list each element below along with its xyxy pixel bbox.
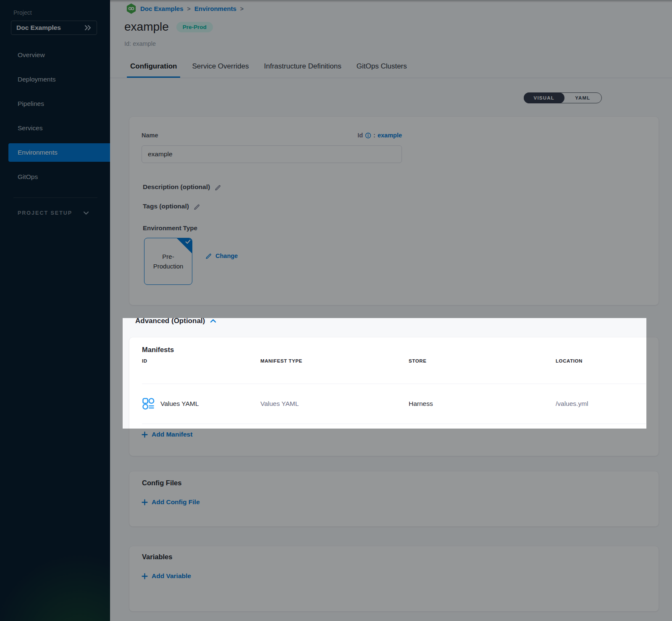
name-row: Name Id : example	[142, 132, 402, 139]
breadcrumb-environments-link[interactable]: Environments	[194, 5, 236, 12]
advanced-optional-label: Advanced (Optional)	[135, 317, 205, 325]
sidebar-item-pipelines[interactable]: Pipelines	[8, 95, 110, 113]
basic-config-card: Name Id : example Description (optional)	[129, 117, 659, 305]
main-content: VISUAL YAML Name Id : example Descriptio…	[110, 78, 672, 621]
info-icon[interactable]	[365, 132, 371, 139]
page-header: Doc Examples > Environments > example Pr…	[110, 0, 672, 56]
entity-id-text: Id: example	[124, 40, 156, 47]
plus-icon	[142, 499, 148, 505]
manifest-store-cell: Harness	[409, 400, 556, 408]
manifest-type-cell: Values YAML	[260, 400, 409, 408]
environment-type-value: Pre-Production	[150, 252, 187, 271]
id-colon: :	[373, 132, 375, 139]
description-label: Description (optional)	[143, 183, 210, 191]
sidebar-nav: Overview Deployments Pipelines Services …	[0, 46, 110, 192]
tab-service-overrides[interactable]: Service Overrides	[189, 56, 252, 78]
manifest-id-text: Values YAML	[160, 400, 199, 408]
manifests-card: Manifests ID MANIFEST TYPE STORE LOCATIO…	[129, 337, 659, 456]
change-label: Change	[215, 253, 238, 259]
id-label: Id	[357, 132, 363, 139]
breadcrumb-project-link[interactable]: Doc Examples	[140, 5, 184, 12]
sidebar-decorative-wave	[0, 520, 110, 621]
visual-yaml-toggle[interactable]: VISUAL YAML	[524, 92, 602, 103]
manifest-table-row[interactable]: Values YAML Values YAML Harness /values.…	[129, 384, 659, 424]
edit-pencil-icon	[205, 252, 212, 259]
sidebar-project-setup[interactable]: PROJECT SETUP	[18, 210, 89, 216]
tab-bar: Configuration Service Overrides Infrastr…	[110, 56, 672, 78]
advanced-optional-toggle[interactable]: Advanced (Optional)	[135, 317, 216, 325]
environment-configuration-page: Project Doc Examples Overview Deployment…	[0, 0, 672, 621]
edit-pencil-icon[interactable]	[214, 184, 221, 191]
sidebar-item-gitops[interactable]: GitOps	[8, 168, 110, 186]
breadcrumb-separator: >	[240, 5, 244, 12]
sidebar-item-services[interactable]: Services	[8, 119, 110, 137]
project-selector[interactable]: Doc Examples	[11, 21, 97, 35]
manifest-location-cell: /values.yml	[556, 400, 646, 408]
sidebar-divider	[13, 197, 97, 198]
tags-label-row: Tags (optional)	[143, 203, 200, 210]
add-config-file-label: Add Config File	[152, 498, 200, 506]
header-top-shadow	[110, 0, 672, 3]
tab-configuration[interactable]: Configuration	[127, 56, 180, 78]
chevron-down-icon	[83, 211, 89, 215]
variables-card: Variables Add Variable	[129, 546, 659, 611]
double-chevron-right-icon	[84, 25, 92, 31]
plus-icon	[142, 573, 148, 579]
harness-project-logo-icon	[126, 3, 136, 14]
sidebar-item-environments[interactable]: Environments	[8, 143, 110, 162]
sidebar-item-deployments[interactable]: Deployments	[8, 70, 110, 89]
column-manifest-type: MANIFEST TYPE	[260, 358, 409, 363]
table-divider	[142, 424, 646, 424]
add-manifest-label: Add Manifest	[152, 431, 192, 438]
project-setup-label: PROJECT SETUP	[18, 210, 72, 216]
breadcrumb: Doc Examples > Environments >	[126, 3, 244, 14]
column-location: LOCATION	[556, 358, 646, 363]
name-label: Name	[142, 132, 158, 139]
page-title: example	[124, 20, 169, 34]
change-environment-type-link[interactable]: Change	[205, 252, 238, 259]
add-config-file-button[interactable]: Add Config File	[142, 498, 200, 506]
plus-icon	[142, 432, 148, 438]
tab-gitops-clusters[interactable]: GitOps Clusters	[353, 56, 410, 78]
chevron-up-icon	[210, 319, 216, 323]
name-input[interactable]	[142, 145, 402, 163]
column-store: STORE	[409, 358, 556, 363]
edit-pencil-icon[interactable]	[193, 203, 200, 210]
sidebar-item-overview[interactable]: Overview	[8, 46, 110, 64]
config-files-card: Config Files Add Config File	[129, 471, 659, 526]
manifests-title: Manifests	[142, 346, 174, 354]
description-label-row: Description (optional)	[143, 183, 221, 191]
project-selector-name: Doc Examples	[16, 24, 61, 32]
environment-type-badge: Pre-Prod	[176, 22, 213, 32]
config-files-title: Config Files	[142, 479, 181, 487]
column-id: ID	[142, 358, 260, 363]
id-value-link[interactable]: example	[378, 132, 402, 139]
tags-label: Tags (optional)	[143, 203, 189, 210]
add-variable-button[interactable]: Add Variable	[142, 572, 191, 580]
breadcrumb-separator: >	[187, 5, 191, 12]
toggle-visual[interactable]: VISUAL	[524, 92, 564, 103]
title-row: example Pre-Prod	[124, 20, 213, 34]
manifests-table-header: ID MANIFEST TYPE STORE LOCATION	[129, 358, 659, 363]
toggle-yaml[interactable]: YAML	[564, 93, 601, 103]
project-label: Project	[13, 9, 32, 16]
add-variable-label: Add Variable	[152, 572, 191, 580]
checkmark-icon	[185, 239, 191, 244]
sidebar: Project Doc Examples Overview Deployment…	[0, 0, 110, 621]
values-yaml-manifest-icon	[142, 397, 155, 410]
environment-type-card-preproduction[interactable]: Pre-Production	[144, 238, 192, 285]
add-manifest-button[interactable]: Add Manifest	[142, 431, 192, 438]
environment-type-label: Environment Type	[143, 224, 197, 232]
id-chip: Id : example	[357, 132, 402, 139]
tab-infrastructure-definitions[interactable]: Infrastructure Definitions	[261, 56, 345, 78]
variables-title: Variables	[142, 553, 172, 561]
manifest-id-cell: Values YAML	[142, 397, 260, 410]
